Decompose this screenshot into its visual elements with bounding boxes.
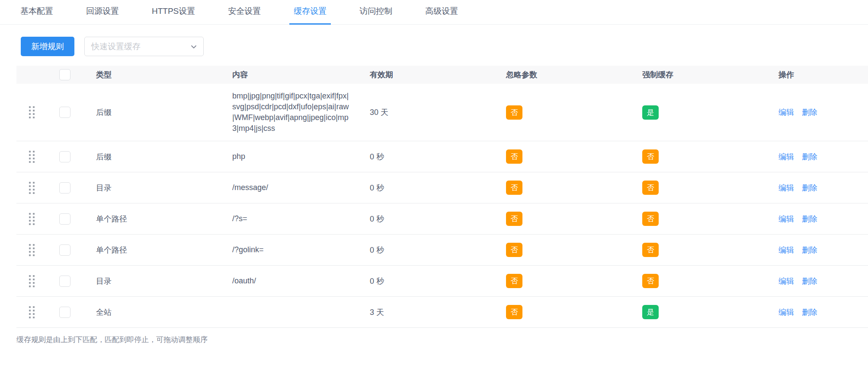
ignore-params-badge: 否 [506, 149, 522, 164]
tab-2[interactable]: HTTPS设置 [151, 6, 196, 24]
force-cache-badge: 否 [642, 149, 659, 164]
drag-handle-icon[interactable] [29, 244, 35, 256]
rule-type: 目录 [83, 183, 220, 193]
edit-link[interactable]: 编辑 [778, 246, 794, 254]
header-force-cache: 强制缓存 [630, 70, 766, 80]
rule-type: 单个路径 [83, 245, 220, 255]
edit-link[interactable]: 编辑 [778, 108, 794, 117]
ignore-params-badge: 否 [506, 181, 522, 195]
rule-content: bmp|jpg|png|tif|gif|pcx|tga|exif|fpx|svg… [220, 84, 357, 141]
select-all-checkbox[interactable] [59, 69, 70, 80]
drag-handle-icon[interactable] [29, 275, 35, 287]
tab-bar: 基本配置回源设置HTTPS设置安全设置缓存设置访问控制高级设置 [0, 0, 868, 25]
rules-hint-text: 缓存规则是由上到下匹配，匹配到即停止，可拖动调整顺序 [16, 335, 868, 345]
table-row: 后缀 bmp|jpg|png|tif|gif|pcx|tga|exif|fpx|… [16, 84, 868, 141]
table-row: 目录 /message/ 0 秒 否 否 编辑 删除 [16, 172, 868, 203]
force-cache-badge: 否 [642, 243, 659, 257]
add-rule-button[interactable]: 新增规则 [21, 37, 74, 56]
toolbar: 新增规则 快速设置缓存 [21, 37, 868, 56]
delete-link[interactable]: 删除 [802, 152, 817, 161]
rule-content [220, 305, 357, 319]
delete-link[interactable]: 删除 [802, 184, 817, 192]
rule-content: /?golink= [220, 238, 357, 262]
edit-link[interactable]: 编辑 [778, 277, 794, 286]
delete-link[interactable]: 删除 [802, 246, 817, 254]
tab-1[interactable]: 回源设置 [85, 6, 120, 24]
header-ignore-params: 忽略参数 [493, 70, 630, 80]
table-header: 类型 内容 有效期 忽略参数 强制缓存 操作 [16, 66, 868, 84]
edit-link[interactable]: 编辑 [778, 184, 794, 192]
ignore-params-badge: 否 [506, 274, 522, 288]
drag-handle-icon[interactable] [29, 151, 35, 163]
drag-handle-icon[interactable] [29, 106, 35, 118]
header-type: 类型 [83, 70, 220, 80]
drag-handle-icon[interactable] [29, 182, 35, 194]
force-cache-badge: 是 [642, 105, 659, 120]
edit-link[interactable]: 编辑 [778, 308, 794, 317]
drag-handle-icon[interactable] [29, 213, 35, 225]
rule-content: /oauth/ [220, 269, 357, 293]
rule-type: 单个路径 [83, 214, 220, 224]
cache-rules-table: 类型 内容 有效期 忽略参数 强制缓存 操作 后缀 bmp|jpg|png|ti… [16, 66, 868, 328]
ignore-params-badge: 否 [506, 243, 522, 257]
delete-link[interactable]: 删除 [802, 108, 817, 117]
ignore-params-badge: 否 [506, 305, 522, 319]
header-content: 内容 [220, 70, 357, 80]
row-checkbox[interactable] [59, 107, 70, 118]
edit-link[interactable]: 编辑 [778, 152, 794, 161]
header-actions: 操作 [766, 70, 868, 80]
row-checkbox[interactable] [59, 213, 70, 225]
delete-link[interactable]: 删除 [802, 277, 817, 286]
table-row: 目录 /oauth/ 0 秒 否 否 编辑 删除 [16, 266, 868, 297]
ignore-params-badge: 否 [506, 212, 522, 226]
delete-link[interactable]: 删除 [802, 215, 817, 223]
row-checkbox[interactable] [59, 151, 70, 162]
edit-link[interactable]: 编辑 [778, 215, 794, 223]
quick-cache-select-placeholder: 快速设置缓存 [91, 41, 141, 52]
tab-4[interactable]: 缓存设置 [293, 6, 327, 24]
row-checkbox[interactable] [59, 276, 70, 287]
rule-type: 后缀 [83, 152, 220, 162]
delete-link[interactable]: 删除 [802, 308, 817, 317]
rule-ttl: 0 秒 [357, 276, 493, 286]
rule-ttl: 0 秒 [357, 152, 493, 162]
drag-handle-icon[interactable] [29, 306, 35, 318]
rule-content: php [220, 144, 357, 169]
tab-5[interactable]: 访问控制 [359, 6, 393, 24]
ignore-params-badge: 否 [506, 105, 522, 120]
force-cache-badge: 是 [642, 305, 659, 319]
header-ttl: 有效期 [357, 70, 493, 80]
force-cache-badge: 否 [642, 274, 659, 288]
row-checkbox[interactable] [59, 244, 70, 256]
quick-cache-select[interactable]: 快速设置缓存 [84, 37, 204, 56]
rule-content: /?s= [220, 206, 357, 231]
rule-type: 后缀 [83, 107, 220, 117]
row-checkbox[interactable] [59, 307, 70, 318]
rule-ttl: 0 秒 [357, 183, 493, 193]
rule-type: 全站 [83, 307, 220, 317]
force-cache-badge: 否 [642, 181, 659, 195]
rule-content: /message/ [220, 175, 357, 200]
table-row: 单个路径 /?s= 0 秒 否 否 编辑 删除 [16, 203, 868, 235]
table-row: 单个路径 /?golink= 0 秒 否 否 编辑 删除 [16, 235, 868, 266]
cache-settings-page: 基本配置回源设置HTTPS设置安全设置缓存设置访问控制高级设置 新增规则 快速设… [0, 0, 868, 368]
rule-ttl: 0 秒 [357, 245, 493, 255]
tab-3[interactable]: 安全设置 [227, 6, 262, 24]
table-row: 后缀 php 0 秒 否 否 编辑 删除 [16, 141, 868, 172]
table-body: 后缀 bmp|jpg|png|tif|gif|pcx|tga|exif|fpx|… [16, 84, 868, 328]
rule-ttl: 3 天 [357, 307, 493, 317]
rule-ttl: 0 秒 [357, 214, 493, 224]
force-cache-badge: 否 [642, 212, 659, 226]
row-checkbox[interactable] [59, 182, 70, 194]
rule-ttl: 30 天 [357, 107, 493, 117]
chevron-down-icon [190, 43, 197, 50]
rule-type: 目录 [83, 276, 220, 286]
tab-0[interactable]: 基本配置 [19, 6, 54, 24]
table-row: 全站 3 天 否 是 编辑 删除 [16, 297, 868, 328]
tab-6[interactable]: 高级设置 [424, 6, 459, 24]
